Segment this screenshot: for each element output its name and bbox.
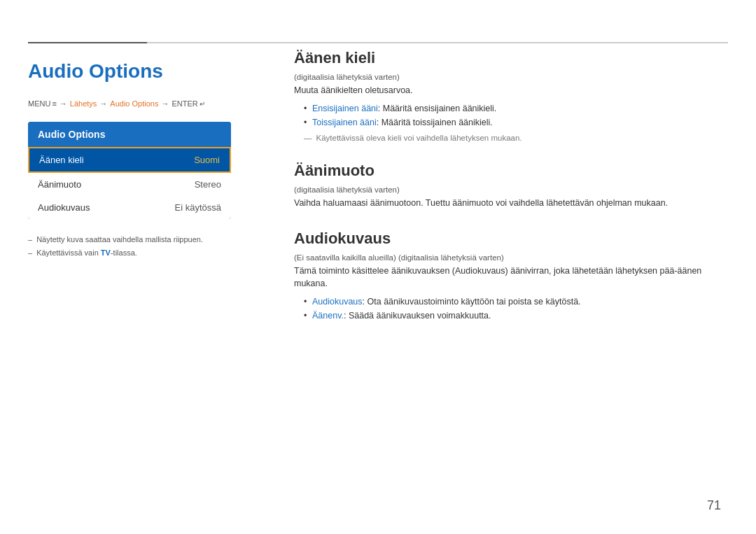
section-audiokuvaus: Audiokuvaus (Ei saatavilla kaikilla alue… xyxy=(294,230,728,323)
note-text-2: Käytettävissä vain TV-tilassa. xyxy=(36,246,137,260)
link-toissijainen: Toissijainen ääni xyxy=(312,118,377,127)
section-desc-aanimuoto: Vaihda haluamaasi äänimuotoon. Tuettu ää… xyxy=(294,197,728,210)
breadcrumb: MENU ≡ → Lähetys → Audio Options → ENTER… xyxy=(28,99,266,108)
bullet-item-ensisijainen: Ensisijainen ääni: Määritä ensisijainen … xyxy=(304,101,728,115)
bullet-list-aanen-kieli: Ensisijainen ääni: Määritä ensisijainen … xyxy=(294,101,728,129)
section-desc-aanen-kieli: Muuta äänikielten oletusarvoa. xyxy=(294,84,728,97)
menu-item-label-0: Äänen kieli xyxy=(39,155,84,165)
page-number: 71 xyxy=(707,498,721,513)
link-audiokuvaus-desc: Audiokuvaus xyxy=(455,266,505,276)
menu-icon: ≡ xyxy=(52,99,56,108)
breadcrumb-arrow-2: → xyxy=(99,99,107,108)
link-aanenv: Äänenv. xyxy=(312,311,344,321)
note-aanen-kieli: ― Käytettävissä oleva kieli voi vaihdell… xyxy=(294,134,728,142)
section-subtitle-audiokuvaus: (Ei saatavilla kaikilla alueilla) (digit… xyxy=(294,253,728,262)
right-panel: Äänen kieli (digitaalisia lähetyksiä var… xyxy=(294,49,728,342)
section-aanen-kieli: Äänen kieli (digitaalisia lähetyksiä var… xyxy=(294,49,728,142)
menu-item-value-0: Suomi xyxy=(194,155,220,165)
breadcrumb-enter-icon: ↵ xyxy=(200,100,205,108)
menu-label: MENU xyxy=(28,99,50,108)
section-aanimuoto: Äänimuoto (digitaalisia lähetyksiä varte… xyxy=(294,162,728,210)
section-subtitle-aanen-kieli: (digitaalisia lähetyksiä varten) xyxy=(294,73,728,81)
section-title-aanimuoto: Äänimuoto xyxy=(294,162,728,180)
menu-header: Audio Options xyxy=(28,122,231,147)
section-subtitle-aanimuoto: (digitaalisia lähetyksiä varten) xyxy=(294,185,728,194)
breadcrumb-item-2: Audio Options xyxy=(110,99,158,108)
menu-item-value-2: Ei käytössä xyxy=(175,202,221,213)
section-desc-audiokuvaus: Tämä toiminto käsittelee äänikuvauksen (… xyxy=(294,265,728,291)
menu-item-audiokuvaus[interactable]: Audiokuvaus Ei käytössä xyxy=(28,196,231,219)
note-line-1: – Näytetty kuva saattaa vaihdella mallis… xyxy=(28,233,266,246)
menu-box: Audio Options Äänen kieli Suomi Äänimuot… xyxy=(28,122,231,219)
menu-item-aanimuoto[interactable]: Äänimuoto Stereo xyxy=(28,173,231,196)
page: Audio Options MENU ≡ → Lähetys → Audio O… xyxy=(0,0,756,534)
menu-item-label-2: Audiokuvaus xyxy=(38,202,90,213)
bullet-list-audiokuvaus: Audiokuvaus: Ota äänikuvaustoiminto käyt… xyxy=(294,295,728,323)
breadcrumb-item-1: Lähetys xyxy=(70,99,97,108)
note-highlight: TV xyxy=(101,248,111,257)
note-text-1: Näytetty kuva saattaa vaihdella mallista… xyxy=(36,233,203,246)
section-title-audiokuvaus: Audiokuvaus xyxy=(294,230,728,248)
bullet-item-toissijainen: Toissijainen ääni: Määritä toissijainen … xyxy=(304,115,728,129)
left-divider-accent xyxy=(28,42,147,43)
breadcrumb-arrow-3: → xyxy=(161,99,169,108)
menu-item-label-1: Äänimuoto xyxy=(38,179,81,190)
link-ensisijainen: Ensisijainen ääni xyxy=(312,104,378,113)
note-dash-2: – xyxy=(28,246,32,260)
bullet-item-audiokuvaus-on: Audiokuvaus: Ota äänikuvaustoiminto käyt… xyxy=(304,295,728,309)
menu-item-aanen-kieli[interactable]: Äänen kieli Suomi xyxy=(28,147,231,173)
link-audiokuvaus-bullet: Audiokuvaus xyxy=(312,297,363,307)
left-panel: Audio Options MENU ≡ → Lähetys → Audio O… xyxy=(28,49,266,259)
note-dash-1: – xyxy=(28,233,32,246)
dash-sym-aanen-kieli: ― xyxy=(304,134,312,142)
note-line-2: – Käytettävissä vain TV-tilassa. xyxy=(28,246,266,260)
bullet-item-aanenv: Äänenv.: Säädä äänikuvauksen voimakkuutt… xyxy=(304,309,728,323)
menu-item-value-1: Stereo xyxy=(195,179,221,190)
page-title: Audio Options xyxy=(28,60,266,83)
note-text-aanen-kieli: Käytettävissä oleva kieli voi vaihdella … xyxy=(316,134,522,142)
breadcrumb-enter: ENTER xyxy=(172,99,197,108)
breadcrumb-arrow-1: → xyxy=(59,99,67,108)
section-title-aanen-kieli: Äänen kieli xyxy=(294,49,728,67)
notes: – Näytetty kuva saattaa vaihdella mallis… xyxy=(28,233,266,259)
